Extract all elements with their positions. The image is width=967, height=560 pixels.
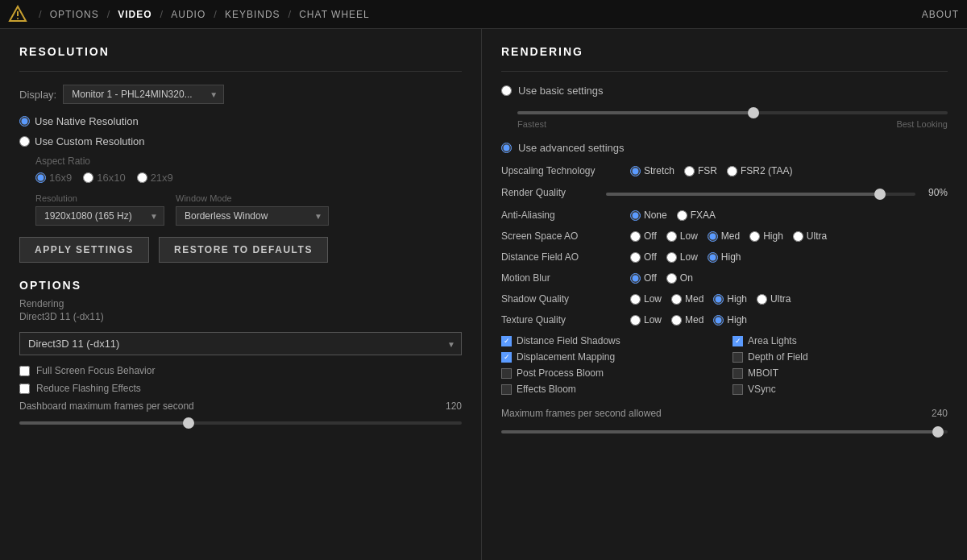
advanced-settings-radio[interactable]	[501, 143, 512, 153]
window-mode-select[interactable]: Borderless Window	[176, 206, 329, 226]
displacement-mapping-checkbox[interactable]	[501, 352, 512, 363]
dfao-high: High	[708, 251, 741, 263]
check-mboit: MBOIT	[733, 367, 948, 379]
tq-med-radio[interactable]	[671, 315, 682, 326]
display-label: Display:	[19, 89, 56, 101]
depth-of-field-checkbox[interactable]	[733, 352, 743, 363]
apply-settings-button[interactable]: APPLY SETTINGS	[19, 237, 149, 263]
max-fps-row: Maximum frames per second allowed 240	[501, 408, 948, 419]
tq-high-radio[interactable]	[713, 315, 724, 326]
area-lights-checkbox[interactable]	[733, 336, 743, 346]
advanced-settings-row: Use advanced settings	[501, 142, 948, 154]
nav-sep-4: /	[214, 8, 217, 20]
native-resolution-label[interactable]: Use Native Resolution	[35, 115, 139, 127]
rendering-select-wrapper[interactable]: Direct3D 11 (-dx11) Direct3D 12 (-dx12) …	[19, 332, 462, 355]
basic-slider-labels: Fastest Best Looking	[517, 119, 948, 129]
ssao-off-radio[interactable]	[630, 231, 641, 242]
aspect-21x9-radio[interactable]	[137, 172, 147, 183]
tq-med: Med	[671, 314, 703, 326]
check-post-process-bloom: Post Process Bloom	[501, 367, 716, 379]
full-screen-checkbox[interactable]	[19, 366, 30, 376]
dfao-low-radio[interactable]	[666, 252, 677, 263]
ssao-off-label: Off	[644, 230, 657, 242]
render-quality-row: Render Quality 90%	[501, 186, 948, 198]
options-section: OPTIONS Rendering Direct3D 11 (-dx11) Di…	[19, 279, 462, 427]
distance-field-shadows-checkbox[interactable]	[501, 336, 512, 346]
shadow-quality-row: Shadow Quality Low Med High Ultra	[501, 293, 948, 305]
upscaling-stretch-radio[interactable]	[630, 166, 641, 176]
sq-high-radio[interactable]	[713, 294, 724, 305]
effects-bloom-checkbox[interactable]	[501, 384, 512, 395]
aspect-16x9-radio[interactable]	[35, 172, 46, 183]
distance-field-shadows-label: Distance Field Shadows	[517, 335, 620, 346]
native-resolution-row: Use Native Resolution	[19, 115, 462, 127]
check-effects-bloom: Effects Bloom	[501, 384, 716, 395]
vsync-checkbox[interactable]	[733, 384, 743, 395]
check-area-lights: Area Lights	[733, 335, 948, 346]
ssao-low-radio[interactable]	[666, 231, 677, 242]
mb-off-radio[interactable]	[630, 273, 641, 284]
display-select-wrapper[interactable]: Monitor 1 - PHL24MIN320...	[63, 85, 224, 104]
restore-defaults-button[interactable]: RESTORE TO DEFAULTS	[159, 237, 328, 263]
reduce-flashing-checkbox[interactable]	[19, 384, 30, 394]
resolution-select-wrapper[interactable]: 1920x1080 (165 Hz)	[35, 206, 164, 226]
advanced-settings-label[interactable]: Use advanced settings	[518, 142, 625, 154]
texture-quality-label: Texture Quality	[501, 314, 630, 326]
sq-med-label: Med	[685, 293, 703, 305]
resolution-select[interactable]: 1920x1080 (165 Hz)	[35, 206, 164, 226]
vsync-label: VSync	[748, 384, 776, 395]
dfao-off-radio[interactable]	[630, 252, 641, 263]
basic-quality-slider[interactable]	[517, 111, 948, 114]
nav-item-about[interactable]: ABOUT	[922, 9, 959, 20]
resolution-settings: Aspect Ratio 16x9 16x10 21x9 Resolution	[19, 156, 462, 226]
ssao-ultra-label: Ultra	[807, 230, 827, 242]
nav-item-audio[interactable]: AUDIO	[168, 7, 209, 22]
tq-low-radio[interactable]	[630, 315, 641, 326]
nav-item-options[interactable]: OPTIONS	[47, 7, 102, 22]
upscaling-fsr2-radio[interactable]	[727, 166, 737, 176]
aspect-ratio-label: Aspect Ratio	[35, 156, 462, 167]
aa-none-label: None	[644, 209, 667, 221]
custom-resolution-radio[interactable]	[19, 136, 30, 147]
mboit-checkbox[interactable]	[733, 368, 743, 379]
basic-settings-label[interactable]: Use basic settings	[518, 85, 604, 97]
check-displacement-mapping: Displacement Mapping	[501, 351, 716, 363]
rendering-dropdown-wrapper[interactable]: Direct3D 11 (-dx11) Direct3D 12 (-dx12) …	[19, 332, 462, 355]
dashboard-fps-slider[interactable]	[19, 421, 462, 425]
aa-none-radio[interactable]	[630, 210, 641, 221]
ssao-ultra-radio[interactable]	[793, 231, 803, 242]
aa-fxaa-radio[interactable]	[677, 210, 687, 221]
max-fps-slider[interactable]	[501, 430, 948, 433]
native-resolution-radio[interactable]	[19, 116, 30, 127]
motion-blur-row: Motion Blur Off On	[501, 272, 948, 284]
full-screen-label[interactable]: Full Screen Focus Behavior	[36, 365, 155, 376]
display-select[interactable]: Monitor 1 - PHL24MIN320...	[63, 85, 224, 104]
sq-ultra-radio[interactable]	[757, 294, 767, 305]
dfao-high-label: High	[721, 251, 741, 263]
post-process-bloom-checkbox[interactable]	[501, 368, 512, 379]
custom-resolution-label[interactable]: Use Custom Resolution	[35, 135, 145, 147]
sq-low-radio[interactable]	[630, 294, 641, 305]
render-quality-slider[interactable]	[606, 193, 915, 196]
dfao-off: Off	[630, 251, 657, 263]
nav-item-chat-wheel[interactable]: CHAT WHEEL	[296, 7, 373, 22]
nav-item-keybinds[interactable]: KEYBINDS	[222, 7, 284, 22]
screen-space-ao-options: Off Low Med High Ultra	[630, 230, 827, 242]
aspect-16x10-radio[interactable]	[83, 172, 93, 183]
mb-on: On	[666, 272, 693, 284]
basic-settings-radio[interactable]	[501, 85, 512, 96]
nav-sep-5: /	[288, 8, 292, 20]
window-mode-field-label: Window Mode	[176, 193, 329, 203]
ssao-med-radio[interactable]	[708, 231, 718, 242]
sq-med-radio[interactable]	[671, 294, 682, 305]
rendering-select[interactable]: Direct3D 11 (-dx11) Direct3D 12 (-dx12) …	[19, 332, 462, 355]
nav-item-video[interactable]: VIDEO	[114, 7, 155, 22]
svg-point-2	[17, 18, 19, 19]
dfao-high-radio[interactable]	[708, 252, 718, 263]
mb-on-radio[interactable]	[666, 273, 677, 284]
reduce-flashing-label[interactable]: Reduce Flashing Effects	[36, 383, 141, 394]
upscaling-fsr-radio[interactable]	[684, 166, 695, 176]
rendering-sub1: Rendering	[19, 298, 462, 309]
window-mode-select-wrapper[interactable]: Borderless Window	[176, 206, 329, 226]
ssao-high-radio[interactable]	[749, 231, 760, 242]
